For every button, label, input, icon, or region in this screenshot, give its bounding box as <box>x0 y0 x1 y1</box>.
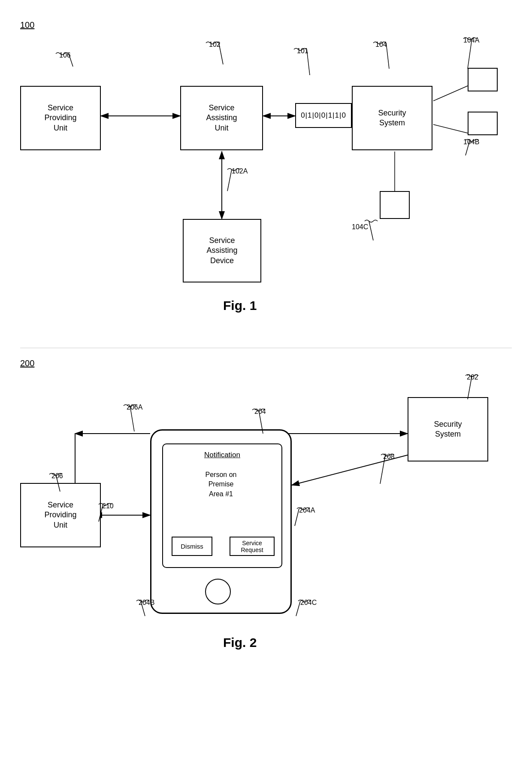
svg-line-26 <box>259 410 263 434</box>
fig1-service-assisting-device-label: ServiceAssistingDevice <box>206 236 237 266</box>
svg-line-25 <box>130 406 134 431</box>
svg-line-7 <box>433 86 468 101</box>
svg-line-32 <box>296 601 300 616</box>
fig1-diagram-num: 100 <box>20 20 34 30</box>
fig2-phone-body: Notification Person onPremiseArea #1 Dis… <box>150 429 292 614</box>
fig1-104b-box <box>468 112 498 135</box>
fig2-security-system-label: SecuritySystem <box>434 419 462 440</box>
svg-line-21 <box>466 140 470 155</box>
fig2-home-button[interactable] <box>205 579 231 604</box>
fig1-binary-box: 0|1|0|0|1|1|0 <box>295 103 352 128</box>
fig1-security-system-box: SecuritySystem <box>352 86 432 150</box>
svg-line-17 <box>219 43 223 64</box>
svg-line-23 <box>369 221 373 240</box>
svg-line-31 <box>141 601 145 616</box>
fig1-104a-box-top <box>468 68 498 91</box>
fig1-service-assisting-unit-box: ServiceAssistingUnit <box>180 86 263 150</box>
fig1-service-assisting-unit-label: ServiceAssistingUnit <box>206 103 237 133</box>
svg-line-27 <box>56 474 60 492</box>
svg-line-16 <box>69 54 73 67</box>
svg-line-29 <box>99 504 103 522</box>
fig1-service-assisting-device-box: ServiceAssistingDevice <box>183 219 261 282</box>
fig1-binary-value: 0|1|0|0|1|1|0 <box>301 111 346 120</box>
fig2-service-providing-unit-label: ServiceProvidingUnit <box>44 500 76 530</box>
fig2-notification-title: Notification <box>163 451 281 459</box>
fig1-security-system-label: SecuritySystem <box>378 108 406 128</box>
fig2-service-request-button[interactable]: Service Request <box>230 537 275 556</box>
fig2-notification-screen: Notification Person onPremiseArea #1 Dis… <box>162 443 282 568</box>
fig2-dismiss-button[interactable]: Dismiss <box>172 537 212 556</box>
svg-line-20 <box>468 39 472 69</box>
fig2-figure-label: Fig. 2 <box>223 635 257 650</box>
fig2-notification-text: Person onPremiseArea #1 <box>184 470 257 499</box>
fig1-service-providing-unit-label: ServiceProvidingUnit <box>44 103 76 133</box>
svg-line-24 <box>468 376 472 399</box>
svg-line-18 <box>307 49 310 75</box>
fig2-diagram-num: 200 <box>20 358 34 368</box>
svg-line-19 <box>386 43 389 69</box>
svg-line-28 <box>380 455 385 484</box>
svg-line-30 <box>295 509 299 526</box>
fig1-104c-box <box>380 191 410 219</box>
svg-line-8 <box>433 124 468 133</box>
fig2-security-system-box: SecuritySystem <box>408 397 488 461</box>
fig1-service-providing-unit-box: ServiceProvidingUnit <box>20 86 101 150</box>
svg-line-22 <box>227 170 232 191</box>
fig1-figure-label: Fig. 1 <box>223 298 257 313</box>
